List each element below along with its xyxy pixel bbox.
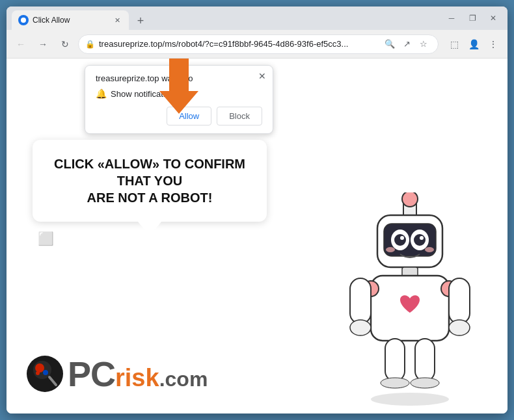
svg-point-9 <box>414 234 426 246</box>
browser-window: Click Allow ✕ + ─ ❐ ✕ ← → ↻ 🔒 treasurepr… <box>7 7 507 413</box>
svg-point-20 <box>350 320 371 335</box>
svg-point-11 <box>420 236 424 240</box>
bubble-line2: ARE NOT A ROBOT! <box>87 190 213 205</box>
svg-marker-1 <box>159 59 198 114</box>
address-bar: ← → ↻ 🔒 treasureprize.top/ms/robot4/?c=c… <box>7 30 507 59</box>
svg-point-21 <box>449 320 470 335</box>
logo-com: .com <box>159 367 208 391</box>
restore-button[interactable]: ❐ <box>463 9 481 27</box>
logo-pc: PC <box>68 354 115 394</box>
svg-point-13 <box>425 247 434 252</box>
svg-point-24 <box>381 378 409 388</box>
svg-rect-19 <box>449 278 470 324</box>
search-icon[interactable]: 🔍 <box>382 36 398 52</box>
logo-risk: risk <box>115 364 159 392</box>
url-text: treasureprize.top/ms/robot4/?c=c91f8bbf-… <box>99 39 378 49</box>
url-actions: 🔍 ↗ ☆ <box>382 36 431 52</box>
arrow-indicator <box>133 59 198 129</box>
svg-point-29 <box>35 363 44 373</box>
svg-point-12 <box>386 247 395 252</box>
svg-point-31 <box>36 371 40 375</box>
close-button[interactable]: ✕ <box>484 9 502 27</box>
active-tab[interactable]: Click Allow ✕ <box>12 10 129 30</box>
pcrisk-logo: PC risk .com <box>26 354 208 394</box>
url-bar[interactable]: 🔒 treasureprize.top/ms/robot4/?c=c91f8bb… <box>78 34 439 54</box>
svg-point-33 <box>49 376 50 378</box>
window-controls: ─ ❐ ✕ <box>442 9 502 27</box>
forward-button[interactable]: → <box>34 35 52 53</box>
tab-title: Click Allow <box>33 16 108 25</box>
svg-point-10 <box>400 236 404 240</box>
svg-rect-22 <box>385 339 405 381</box>
bookmark-icon[interactable]: ☆ <box>416 36 431 52</box>
svg-point-8 <box>394 234 406 246</box>
speech-bubble: CLICK «ALLOW» TO CONFIRM THAT YOU ARE NO… <box>33 140 267 222</box>
lock-icon: 🔒 <box>85 40 95 49</box>
back-button[interactable]: ← <box>12 35 30 53</box>
bell-icon: 🔔 <box>96 88 107 99</box>
menu-icon[interactable]: ⋮ <box>484 35 502 53</box>
svg-point-26 <box>371 393 449 406</box>
tab-search-icon[interactable]: ⬚ <box>445 35 463 53</box>
share-icon[interactable]: ↗ <box>399 36 414 52</box>
tab-favicon <box>18 15 29 25</box>
svg-point-30 <box>43 370 48 375</box>
profile-icon[interactable]: 👤 <box>465 35 483 53</box>
bubble-text: CLICK «ALLOW» TO CONFIRM THAT YOU ARE NO… <box>51 155 249 206</box>
bubble-line1: CLICK «ALLOW» TO CONFIRM THAT YOU <box>54 157 245 188</box>
browser-actions: ⬚ 👤 ⋮ <box>445 35 502 53</box>
page-content: ✕ treasureprize.top wants to 🔔 Show noti… <box>7 59 507 413</box>
tab-close-button[interactable]: ✕ <box>112 15 122 25</box>
cursor: ⬜ <box>38 231 54 246</box>
notification-close-button[interactable]: ✕ <box>258 71 266 81</box>
tab-strip: Click Allow ✕ + <box>12 7 442 30</box>
svg-rect-18 <box>350 278 371 324</box>
refresh-button[interactable]: ↻ <box>56 35 74 53</box>
svg-point-25 <box>411 378 439 388</box>
svg-point-3 <box>402 192 418 207</box>
block-button[interactable]: Block <box>217 107 262 125</box>
svg-rect-23 <box>415 339 435 381</box>
minimize-button[interactable]: ─ <box>442 9 461 27</box>
new-tab-button[interactable]: + <box>131 12 150 30</box>
robot-illustration <box>338 192 481 400</box>
logo-text-area: PC risk .com <box>68 354 208 394</box>
title-bar: Click Allow ✕ + ─ ❐ ✕ <box>7 7 507 30</box>
